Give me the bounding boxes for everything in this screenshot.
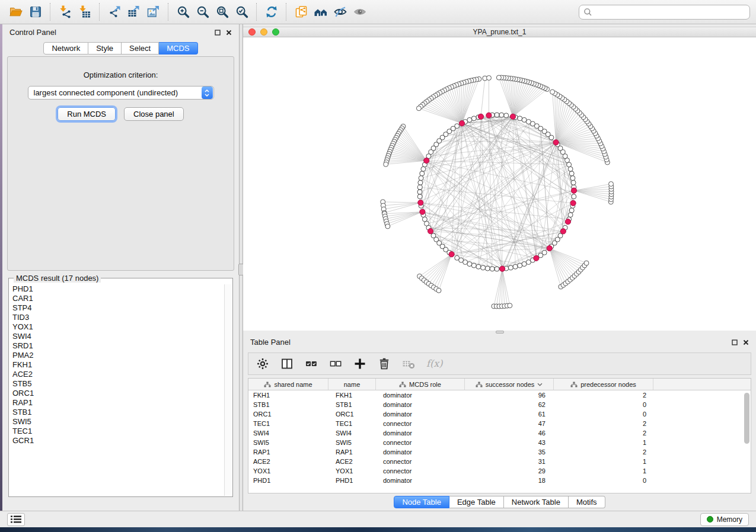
zoom-out-button[interactable] bbox=[193, 2, 212, 21]
open-file-button[interactable] bbox=[6, 2, 25, 21]
mcds-node-item[interactable]: STB5 bbox=[9, 379, 224, 389]
task-history-button[interactable] bbox=[7, 513, 25, 526]
column-header-mcds-role[interactable]: MCDS role bbox=[376, 379, 465, 390]
zoom-fit-button[interactable] bbox=[212, 2, 232, 21]
refresh-view-button[interactable] bbox=[261, 2, 281, 21]
cell-mcds-role: connector bbox=[376, 439, 465, 446]
table-row[interactable]: RAP1RAP1dominator352 bbox=[248, 447, 751, 457]
mcds-node-item[interactable]: GCR1 bbox=[9, 436, 224, 446]
table-tab-network-table[interactable]: Network Table bbox=[504, 496, 569, 508]
mcds-node-item[interactable]: PMA2 bbox=[9, 351, 224, 360]
network-view-window: YPA_prune.txt_1 bbox=[243, 24, 756, 331]
zoom-selected-button[interactable] bbox=[232, 2, 251, 21]
mcds-node-item[interactable]: ORC1 bbox=[9, 389, 224, 398]
table-row[interactable]: ORC1ORC1dominator610 bbox=[248, 409, 751, 419]
mcds-node-item[interactable]: RAP1 bbox=[9, 398, 224, 408]
table-row[interactable]: FKH1FKH1dominator962 bbox=[248, 390, 751, 400]
memory-status-dot bbox=[707, 516, 713, 523]
mcds-node-item[interactable]: FKH1 bbox=[9, 360, 224, 370]
column-header-predecessor-nodes[interactable]: predecessor nodes bbox=[554, 379, 653, 390]
mcds-node-item[interactable]: SWI5 bbox=[9, 417, 224, 427]
first-neighbors-button[interactable] bbox=[311, 2, 330, 21]
float-panel-icon[interactable] bbox=[732, 339, 738, 345]
sort-chevron-icon[interactable] bbox=[537, 383, 543, 386]
select-all-checkboxes-icon[interactable] bbox=[304, 357, 318, 371]
minimize-window-traffic-light[interactable] bbox=[260, 28, 267, 36]
close-window-traffic-light[interactable] bbox=[248, 28, 256, 36]
mcds-node-item[interactable]: CAR1 bbox=[9, 294, 224, 303]
column-header-shared-name[interactable]: shared name bbox=[248, 379, 328, 390]
network-window-titlebar[interactable]: YPA_prune.txt_1 bbox=[243, 27, 756, 37]
export-table-button[interactable] bbox=[124, 2, 143, 21]
export-image-button[interactable] bbox=[143, 2, 163, 21]
mcds-list-scrollbar[interactable] bbox=[224, 284, 232, 496]
close-panel-icon[interactable] bbox=[226, 30, 232, 36]
show-all-button[interactable] bbox=[350, 2, 369, 21]
mcds-node-item[interactable]: TID3 bbox=[9, 313, 224, 322]
vertical-splitter[interactable] bbox=[239, 24, 243, 511]
mcds-node-item[interactable]: SRD1 bbox=[9, 341, 224, 351]
tab-style[interactable]: Style bbox=[88, 42, 122, 55]
column-header-successor-nodes[interactable]: successor nodes bbox=[465, 379, 554, 390]
network-graph[interactable] bbox=[243, 37, 756, 331]
tab-network[interactable]: Network bbox=[43, 42, 88, 55]
chevron-down-icon bbox=[205, 94, 209, 97]
mcds-node-item[interactable]: STP4 bbox=[9, 303, 224, 313]
cell-name: TEC1 bbox=[328, 420, 376, 427]
table-tab-edge-table[interactable]: Edge Table bbox=[449, 496, 504, 508]
network-canvas[interactable] bbox=[243, 37, 756, 331]
table-options-gear-icon[interactable] bbox=[256, 357, 270, 371]
table-row[interactable]: PHD1PHD1dominator180 bbox=[248, 476, 751, 485]
close-panel-icon[interactable] bbox=[743, 339, 749, 345]
search-input[interactable] bbox=[592, 6, 749, 18]
table-panel-tabs: Node TableEdge TableNetwork TableMotifs bbox=[243, 496, 756, 508]
search-box[interactable] bbox=[579, 5, 750, 20]
tab-select[interactable]: Select bbox=[122, 42, 159, 55]
maximize-window-traffic-light[interactable] bbox=[272, 28, 279, 36]
mcds-node-item[interactable]: STB1 bbox=[9, 408, 224, 417]
mcds-node-item[interactable]: TEC1 bbox=[9, 427, 224, 436]
horizontal-splitter[interactable] bbox=[243, 331, 756, 334]
clone-network-button[interactable] bbox=[291, 2, 311, 21]
horizontal-splitter-handle[interactable] bbox=[496, 331, 504, 334]
export-network-button[interactable] bbox=[104, 2, 124, 21]
import-network-button[interactable] bbox=[55, 2, 75, 21]
table-row[interactable]: ACE2ACE2connector311 bbox=[248, 457, 751, 466]
status-bar: Memory bbox=[0, 511, 756, 527]
table-scrollbar-thumb[interactable] bbox=[744, 393, 749, 444]
deselect-all-checkboxes-icon[interactable] bbox=[328, 357, 343, 371]
memory-button[interactable]: Memory bbox=[700, 513, 749, 526]
table-row[interactable]: SWI5SWI5connector431 bbox=[248, 438, 751, 447]
criterion-select[interactable]: largest connected component (undirected) bbox=[28, 86, 214, 100]
import-table-button[interactable] bbox=[75, 2, 94, 21]
table-row[interactable]: TEC1TEC1connector472 bbox=[248, 419, 751, 428]
mcds-node-item[interactable]: PHD1 bbox=[9, 284, 224, 294]
delete-table-icon[interactable] bbox=[377, 357, 391, 371]
toolbar-separator bbox=[256, 3, 257, 21]
table-row[interactable]: STB1STB1dominator620 bbox=[248, 400, 751, 409]
cell-successor-nodes: 46 bbox=[465, 430, 554, 437]
column-header-name[interactable]: name bbox=[328, 379, 376, 390]
add-entry-icon[interactable] bbox=[353, 357, 367, 371]
mcds-result-title: MCDS result (17 nodes) bbox=[14, 274, 101, 283]
hide-selected-button[interactable] bbox=[330, 2, 350, 21]
export-table-icon bbox=[127, 5, 141, 19]
table-tab-node-table[interactable]: Node Table bbox=[394, 496, 449, 508]
table-row[interactable]: YOX1YOX1connector291 bbox=[248, 466, 751, 476]
save-session-button[interactable] bbox=[25, 2, 45, 21]
mcds-node-item[interactable]: ACE2 bbox=[9, 370, 224, 379]
mcds-node-item[interactable]: SWI4 bbox=[9, 332, 224, 341]
cell-predecessor-nodes: 2 bbox=[554, 392, 653, 399]
close-panel-button[interactable]: Close panel bbox=[124, 107, 184, 121]
run-mcds-button[interactable]: Run MCDS bbox=[58, 107, 116, 121]
chevron-up-icon bbox=[205, 89, 209, 92]
cell-shared-name: FKH1 bbox=[248, 392, 328, 399]
float-panel-icon[interactable] bbox=[215, 30, 221, 36]
show-columns-icon[interactable] bbox=[280, 357, 294, 371]
function-builder-icon-disabled: f(x) bbox=[426, 357, 445, 371]
table-row[interactable]: SWI4SWI4dominator462 bbox=[248, 428, 751, 438]
mcds-node-item[interactable]: YOX1 bbox=[9, 322, 224, 332]
zoom-in-button[interactable] bbox=[173, 2, 193, 21]
table-tab-motifs[interactable]: Motifs bbox=[569, 496, 605, 508]
tab-mcds[interactable]: MCDS bbox=[159, 42, 197, 55]
